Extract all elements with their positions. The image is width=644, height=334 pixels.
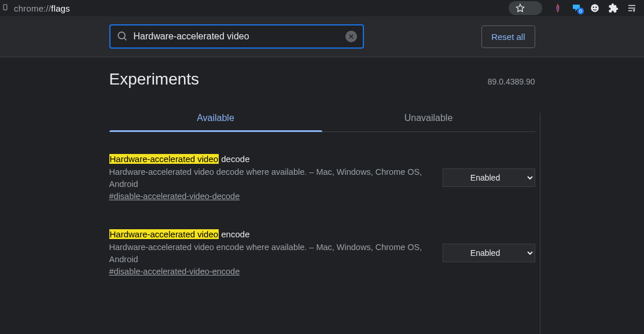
- flag-title-highlight: Hardware-accelerated video: [109, 154, 219, 164]
- page-title: Experiments: [109, 70, 200, 89]
- bookmark-star-button[interactable]: [509, 1, 542, 15]
- flag-title-rest: decode: [219, 154, 249, 164]
- extension-badge: 0: [577, 8, 584, 14]
- svg-point-4: [593, 6, 594, 8]
- svg-marker-2: [516, 4, 524, 12]
- search-icon: [116, 30, 128, 43]
- url-path: flags: [51, 3, 70, 13]
- reset-all-button[interactable]: Reset all: [481, 25, 535, 48]
- svg-point-5: [595, 6, 597, 8]
- url-scheme: chrome://: [14, 3, 51, 13]
- extension-icon-2[interactable]: 0: [571, 3, 582, 13]
- flag-row: Hardware-accelerated video decode Hardwa…: [109, 153, 535, 203]
- flag-hash-link[interactable]: #disable-accelerated-video-encode: [109, 267, 240, 276]
- flag-row: Hardware-accelerated video encode Hardwa…: [109, 228, 535, 278]
- reading-list-icon[interactable]: [627, 3, 637, 13]
- flag-title-highlight: Hardware-accelerated video: [109, 229, 219, 239]
- flag-hash-link[interactable]: #disable-accelerated-video-decode: [109, 192, 240, 201]
- secure-icon: [1, 3, 9, 13]
- search-box: [109, 24, 364, 49]
- flag-select-encode[interactable]: DefaultEnabledDisabled: [443, 244, 535, 262]
- tab-available[interactable]: Available: [109, 105, 322, 131]
- tab-unavailable[interactable]: Unavailable: [322, 105, 535, 131]
- scrollbar-track[interactable]: [540, 113, 540, 334]
- clear-search-button[interactable]: [345, 31, 357, 42]
- flag-list: Hardware-accelerated video decode Hardwa…: [109, 132, 535, 278]
- flag-title-rest: encode: [219, 229, 249, 239]
- search-input[interactable]: [134, 31, 340, 42]
- flags-content: Experiments 89.0.4389.90 Available Unava…: [109, 57, 535, 334]
- svg-point-3: [591, 4, 599, 12]
- extension-icon-3[interactable]: [590, 3, 600, 13]
- flag-title: Hardware-accelerated video encode: [109, 228, 431, 240]
- svg-point-9: [118, 32, 125, 39]
- tabs: Available Unavailable: [109, 105, 535, 132]
- flag-description: Hardware-accelerated video encode where …: [109, 241, 431, 266]
- flag-select-decode[interactable]: DefaultEnabledDisabled: [443, 168, 535, 187]
- browser-omnibox-row: chrome://flags 0: [0, 0, 644, 16]
- chrome-version: 89.0.4389.90: [488, 77, 535, 86]
- url-bar[interactable]: chrome://flags: [14, 3, 504, 13]
- extensions-puzzle-icon[interactable]: [608, 3, 619, 13]
- flag-description: Hardware-accelerated video decode where …: [109, 166, 431, 190]
- extension-toolbar: 0: [547, 3, 641, 13]
- flag-title: Hardware-accelerated video decode: [109, 153, 431, 165]
- svg-line-10: [124, 38, 126, 40]
- extension-icon-1[interactable]: [553, 3, 563, 13]
- flags-topbar: Reset all: [0, 16, 644, 57]
